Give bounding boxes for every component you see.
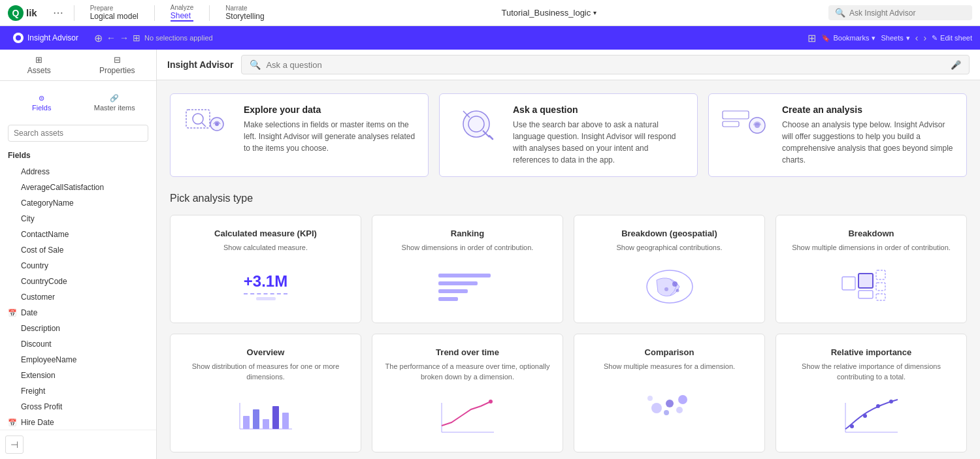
field-item[interactable]: CountryCode — [0, 274, 156, 289]
analysis-card-title: Relative importance — [787, 347, 956, 357]
search-assets-container — [0, 119, 156, 147]
qlik-logo: Q lik — [8, 5, 37, 21]
insight-advisor-icon — [13, 33, 24, 43]
dots-menu-icon[interactable]: ⋯ — [53, 7, 63, 19]
svg-point-38 — [489, 400, 493, 404]
analysis-type-card[interactable]: Breakdown Show multiple dimensions in or… — [776, 215, 967, 323]
svg-rect-31 — [253, 409, 259, 429]
chevron-down-icon: ▾ — [906, 34, 910, 42]
fields-icon: ⊜ — [39, 94, 44, 103]
svg-point-21 — [664, 287, 668, 291]
narrate-value: Storytelling — [225, 12, 264, 21]
field-item[interactable]: Address — [0, 164, 156, 180]
analysis-card-visual — [383, 264, 552, 309]
analysis-card-desc: The performance of a measure over time, … — [383, 361, 552, 383]
field-item[interactable]: AverageCallSatisfaction — [0, 180, 156, 195]
info-cards-row: Explore your data Make selections in fie… — [170, 93, 967, 177]
analysis-card-title: Breakdown (geospatial) — [585, 229, 754, 238]
sidebar-tabs: ⊞ Assets ⊟ Properties — [0, 50, 156, 81]
analysis-type-card[interactable]: Comparison Show multiple measures for a … — [574, 334, 765, 452]
search-input-top[interactable] — [849, 8, 966, 18]
search-icon: 🔍 — [250, 59, 261, 70]
analysis-type-card[interactable]: Calculated measure (KPI) Show calculated… — [170, 215, 361, 323]
field-item[interactable]: ContactName — [0, 227, 156, 242]
nav-prev-icon[interactable]: ‹ — [915, 33, 919, 43]
field-item[interactable]: 📅Date — [0, 305, 156, 321]
analysis-type-card[interactable]: Breakdown (geospatial) Show geographical… — [574, 215, 765, 323]
svg-rect-30 — [243, 416, 250, 429]
analysis-card-title: Comparison — [585, 347, 754, 357]
field-item[interactable]: Discount — [0, 336, 156, 352]
fields-header: Fields — [0, 147, 156, 164]
svg-rect-23 — [842, 277, 855, 290]
bookmarks-button[interactable]: 🔖 Bookmarks ▾ — [821, 34, 875, 42]
ask-insight-advisor-search[interactable]: 🔍 — [828, 5, 972, 20]
analysis-type-card[interactable]: Overview Show distribution of measures f… — [170, 334, 361, 452]
field-item[interactable]: Extension — [0, 368, 156, 383]
pencil-icon: ✎ — [932, 34, 938, 42]
svg-rect-24 — [858, 274, 873, 288]
relative-importance-visual — [839, 396, 904, 435]
analysis-type-card[interactable]: Trend over time The performance of a mea… — [372, 334, 563, 452]
bulb-icon — [15, 35, 22, 41]
ia-search-input[interactable] — [266, 60, 945, 70]
analysis-card-desc: Show calculated measure. — [181, 242, 350, 253]
grid-view-icon[interactable]: ⊞ — [808, 32, 816, 44]
kpi-visual: +3.1M — [244, 272, 287, 300]
field-item[interactable]: 📅Hire Date — [0, 415, 156, 430]
field-type-icon: 📅 — [8, 419, 17, 427]
field-item[interactable]: Freight — [0, 383, 156, 399]
ia-search-bar[interactable]: 🔍 🎤 — [241, 55, 970, 74]
svg-point-50 — [889, 400, 893, 404]
smart-search-icon[interactable]: ⊕ — [94, 32, 103, 44]
insight-advisor-label: Insight Advisor — [27, 33, 78, 42]
field-item[interactable]: Description — [0, 321, 156, 336]
insight-advisor-toolbar: Insight Advisor ⊕ ← → ⊞ No selections ap… — [0, 26, 980, 50]
assets-tab[interactable]: ⊞ Assets — [0, 50, 78, 80]
ranking-visual — [435, 267, 500, 306]
svg-rect-28 — [876, 294, 885, 300]
field-item[interactable]: EmployeeName — [0, 352, 156, 368]
sidebar-item-master-items[interactable]: 🔗 Master items — [78, 89, 152, 117]
ia-content: Explore your data Make selections in fie… — [157, 80, 980, 459]
prepare-label: Prepare — [90, 5, 139, 12]
search-assets-input[interactable] — [8, 125, 148, 142]
analysis-card-visual — [383, 393, 552, 439]
insight-advisor-button[interactable]: Insight Advisor — [8, 30, 84, 46]
field-item[interactable]: Customer — [0, 289, 156, 305]
pick-analysis-title: Pick analysis type — [170, 193, 967, 204]
collapse-sidebar-button[interactable]: ⊣ — [5, 435, 24, 454]
analysis-card-visual — [787, 393, 956, 439]
analyze-nav-item[interactable]: Analyze Sheet — [165, 4, 199, 22]
sidebar-nav: ⊜ Fields 🔗 Master items — [0, 81, 156, 119]
prepare-value: Logical model — [90, 12, 139, 21]
grid-icon[interactable]: ⊞ — [133, 33, 140, 43]
analysis-type-card[interactable]: Relative importance Show the relative im… — [776, 334, 967, 452]
prepare-nav-item[interactable]: Prepare Logical model — [85, 5, 144, 21]
properties-icon: ⊟ — [114, 55, 121, 65]
content-area: Insight Advisor 🔍 🎤 Explore your data Ma… — [157, 50, 980, 459]
left-sidebar: ⊞ Assets ⊟ Properties ⊜ Fields 🔗 Master … — [0, 50, 157, 459]
edit-sheet-button[interactable]: ✎ Edit sheet — [932, 34, 972, 42]
app-title[interactable]: Tutorial_Business_logic ▾ — [280, 8, 818, 18]
field-item[interactable]: CategoryName — [0, 195, 156, 211]
sidebar-bottom: ⊣ — [0, 430, 156, 459]
analysis-type-card[interactable]: Ranking Show dimensions in order of cont… — [372, 215, 563, 323]
field-item[interactable]: Cost of Sale — [0, 242, 156, 258]
sheets-button[interactable]: Sheets ▾ — [881, 34, 909, 42]
back-icon[interactable]: ← — [106, 33, 116, 43]
svg-point-40 — [666, 400, 674, 407]
analysis-card-desc: Show multiple measures for a dimension. — [585, 361, 754, 372]
microphone-icon[interactable]: 🎤 — [951, 60, 961, 70]
field-item[interactable]: Gross Profit — [0, 399, 156, 415]
properties-tab[interactable]: ⊟ Properties — [78, 50, 157, 80]
nav-next-icon[interactable]: › — [923, 33, 926, 43]
narrate-nav-item[interactable]: Narrate Storytelling — [220, 5, 269, 21]
svg-point-42 — [664, 410, 669, 415]
svg-point-43 — [678, 395, 687, 404]
info-card-desc: Make selections in fields or master item… — [244, 119, 417, 154]
field-item[interactable]: Country — [0, 258, 156, 274]
forward-icon[interactable]: → — [120, 33, 129, 43]
field-item[interactable]: City — [0, 211, 156, 227]
sidebar-item-fields[interactable]: ⊜ Fields — [5, 89, 78, 117]
